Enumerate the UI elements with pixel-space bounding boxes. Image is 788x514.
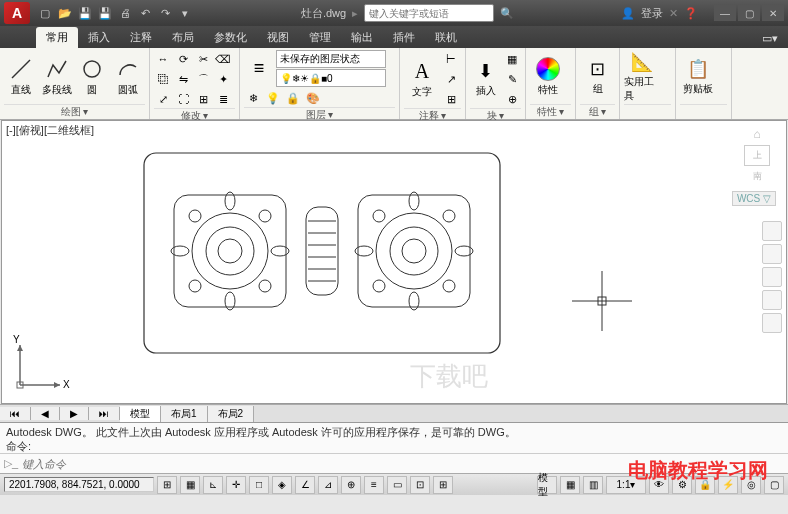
scale-icon[interactable]: ⛶ (174, 90, 192, 108)
arc-button[interactable]: 圆弧 (111, 50, 145, 104)
clipboard-button[interactable]: 📋剪贴板 (680, 50, 716, 104)
layout-nav-prev[interactable]: ◀ (31, 407, 60, 420)
line-button[interactable]: 直线 (4, 50, 38, 104)
create-block-icon[interactable]: ▦ (503, 50, 521, 68)
layout-nav-next[interactable]: ▶ (60, 407, 89, 420)
copy-icon[interactable]: ⿻ (154, 70, 172, 88)
panel-draw-label[interactable]: 绘图 ▾ (4, 104, 145, 118)
utilities-button[interactable]: 📐实用工具 (624, 50, 660, 104)
clean-screen-icon[interactable]: ▢ (764, 476, 784, 494)
layer-lock-icon[interactable]: 🔒 (284, 89, 302, 107)
snap-mode-icon[interactable]: ⊞ (157, 476, 177, 494)
minimize-button[interactable]: — (714, 5, 736, 21)
viewport-label[interactable]: [-][俯视][二维线框] (6, 123, 94, 138)
rotate-icon[interactable]: ⟳ (174, 50, 192, 68)
wcs-badge[interactable]: WCS ▽ (732, 191, 776, 206)
tab-insert[interactable]: 插入 (78, 27, 120, 48)
polar-icon[interactable]: ✛ (226, 476, 246, 494)
hardware-accel-icon[interactable]: ⚡ (718, 476, 738, 494)
otrack-icon[interactable]: ∠ (295, 476, 315, 494)
tab-annotate[interactable]: 注释 (120, 27, 162, 48)
close-button[interactable]: ✕ (762, 5, 784, 21)
quickview-drawings-icon[interactable]: ▥ (583, 476, 603, 494)
help-search-input[interactable] (364, 4, 494, 22)
trim-icon[interactable]: ✂ (194, 50, 212, 68)
tab-plugins[interactable]: 插件 (383, 27, 425, 48)
orbit-icon[interactable] (762, 290, 782, 310)
signin-icon[interactable]: 👤 (621, 7, 635, 20)
text-button[interactable]: A文字 (404, 52, 440, 106)
layer-match-icon[interactable]: 🎨 (304, 89, 322, 107)
zoom-icon[interactable] (762, 267, 782, 287)
layer-state-combo[interactable]: 未保存的图层状态 (276, 50, 386, 68)
offset-icon[interactable]: ≣ (214, 90, 232, 108)
tab-layout[interactable]: 布局 (162, 27, 204, 48)
tab-online[interactable]: 联机 (425, 27, 467, 48)
tab-output[interactable]: 输出 (341, 27, 383, 48)
layer-props-icon[interactable]: ≡ (244, 54, 274, 84)
ribbon-collapse-icon[interactable]: ▭▾ (752, 29, 788, 48)
redo-icon[interactable]: ↷ (156, 4, 174, 22)
fillet-icon[interactable]: ⌒ (194, 70, 212, 88)
signin-label[interactable]: 登录 (641, 6, 663, 21)
layer-current-combo[interactable]: 💡❄☀🔒■ 0 (276, 69, 386, 87)
plot-icon[interactable]: 🖨 (116, 4, 134, 22)
tab-manage[interactable]: 管理 (299, 27, 341, 48)
lwt-icon[interactable]: ≡ (364, 476, 384, 494)
panel-properties-label[interactable]: 特性 ▾ (530, 104, 571, 118)
tab-layout1[interactable]: 布局1 (161, 406, 208, 422)
saveas-icon[interactable]: 💾 (96, 4, 114, 22)
dyn-icon[interactable]: ⊕ (341, 476, 361, 494)
attr-icon[interactable]: ⊕ (503, 90, 521, 108)
help-icon[interactable]: ❓ (684, 7, 698, 20)
tab-layout2[interactable]: 布局2 (208, 406, 255, 422)
showmotion-icon[interactable] (762, 313, 782, 333)
dimension-icon[interactable]: ⊢ (442, 50, 460, 68)
maximize-button[interactable]: ▢ (738, 5, 760, 21)
tpy-icon[interactable]: ▭ (387, 476, 407, 494)
panel-layers-label[interactable]: 图层 ▾ (244, 107, 395, 121)
qat-dropdown-icon[interactable]: ▾ (176, 4, 194, 22)
exchange-icon[interactable]: ✕ (669, 7, 678, 20)
search-icon[interactable]: 🔍 (500, 7, 514, 20)
layout-nav-last[interactable]: ⏭ (89, 407, 120, 420)
tab-parametric[interactable]: 参数化 (204, 27, 257, 48)
layout-nav-first[interactable]: ⏮ (0, 407, 31, 420)
tab-home[interactable]: 常用 (36, 27, 78, 48)
stretch-icon[interactable]: ⤢ (154, 90, 172, 108)
undo-icon[interactable]: ↶ (136, 4, 154, 22)
layer-off-icon[interactable]: 💡 (264, 89, 282, 107)
save-icon[interactable]: 💾 (76, 4, 94, 22)
quickview-layouts-icon[interactable]: ▦ (560, 476, 580, 494)
insert-button[interactable]: ⬇插入 (470, 52, 501, 106)
pan-icon[interactable] (762, 244, 782, 264)
coordinates-display[interactable]: 2201.7908, 884.7521, 0.0000 (4, 477, 154, 492)
app-logo[interactable]: A (4, 2, 30, 24)
workspace-icon[interactable]: ⚙ (672, 476, 692, 494)
edit-block-icon[interactable]: ✎ (503, 70, 521, 88)
properties-button[interactable]: 特性 (530, 50, 566, 104)
model-space-button[interactable]: 模型 (537, 476, 557, 494)
isolate-icon[interactable]: ◎ (741, 476, 761, 494)
view-cube[interactable]: ⌂ 上 南 (736, 127, 778, 183)
open-icon[interactable]: 📂 (56, 4, 74, 22)
circle-button[interactable]: 圆 (76, 50, 110, 104)
tab-view[interactable]: 视图 (257, 27, 299, 48)
steering-wheel-icon[interactable] (762, 221, 782, 241)
qp-icon[interactable]: ⊡ (410, 476, 430, 494)
panel-groups-label[interactable]: 组 ▾ (580, 104, 615, 118)
grid-icon[interactable]: ▦ (180, 476, 200, 494)
table-icon[interactable]: ⊞ (442, 90, 460, 108)
layer-freeze-icon[interactable]: ❄ (244, 89, 262, 107)
mirror-icon[interactable]: ⇋ (174, 70, 192, 88)
array-icon[interactable]: ⊞ (194, 90, 212, 108)
polyline-button[interactable]: 多段线 (40, 50, 74, 104)
ortho-icon[interactable]: ⊾ (203, 476, 223, 494)
leader-icon[interactable]: ↗ (442, 70, 460, 88)
group-button[interactable]: ⊡组 (580, 50, 615, 104)
annotation-visibility-icon[interactable]: 👁 (649, 476, 669, 494)
move-icon[interactable]: ↔ (154, 50, 172, 68)
toolbar-lock-icon[interactable]: 🔒 (695, 476, 715, 494)
new-icon[interactable]: ▢ (36, 4, 54, 22)
drawing-canvas[interactable]: [-][俯视][二维线框] ⌂ 上 南 WCS ▽ (1, 120, 787, 404)
